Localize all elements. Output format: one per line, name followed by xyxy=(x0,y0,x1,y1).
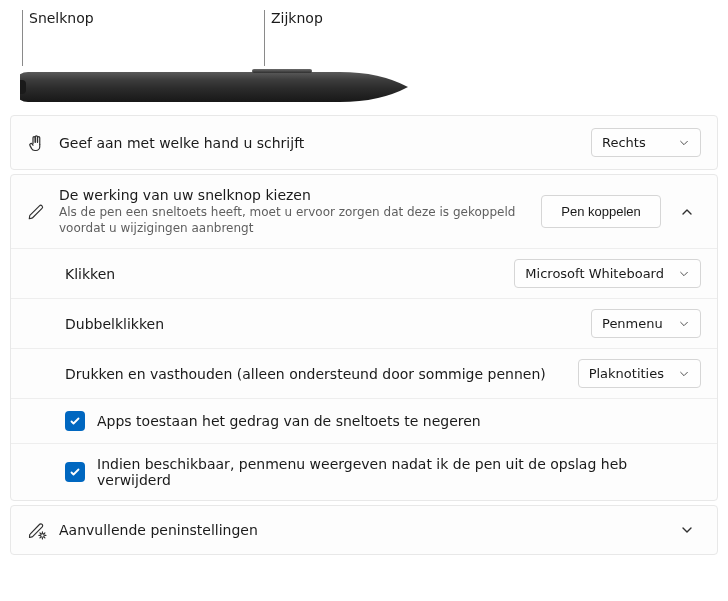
additional-settings-title: Aanvullende peninstellingen xyxy=(59,522,661,538)
collapse-button[interactable] xyxy=(673,206,701,218)
click-label: Klikken xyxy=(65,266,514,282)
double-click-label: Dubbelklikken xyxy=(65,316,591,332)
pen-gear-icon xyxy=(27,520,59,540)
override-checkbox-label: Apps toestaan het gedrag van de sneltoet… xyxy=(97,413,481,429)
hand-icon xyxy=(27,134,59,152)
chevron-down-icon xyxy=(678,137,690,149)
penmenu-checkbox[interactable] xyxy=(65,462,85,482)
pen-diagram: Snelknop Zijknop xyxy=(10,10,718,105)
additional-settings-card[interactable]: Aanvullende peninstellingen xyxy=(10,505,718,555)
shortcut-settings-card: De werking van uw snelknop kiezen Als de… xyxy=(10,174,718,501)
hand-setting-card: Geef aan met welke hand u schrijft Recht… xyxy=(10,115,718,170)
pair-pen-button[interactable]: Pen koppelen xyxy=(541,195,661,228)
press-hold-label: Drukken en vasthouden (alleen ondersteun… xyxy=(65,366,578,382)
svg-rect-0 xyxy=(20,80,26,94)
press-hold-select-value: Plaknotities xyxy=(589,366,664,381)
svg-rect-1 xyxy=(252,69,312,73)
svg-point-2 xyxy=(41,534,45,538)
chevron-down-icon xyxy=(678,268,690,280)
shortcut-title: De werking van uw snelknop kiezen xyxy=(59,187,529,203)
pen-icon xyxy=(27,203,59,221)
expand-button[interactable] xyxy=(673,524,701,536)
side-button-label: Zijknop xyxy=(264,10,323,66)
quick-button-label: Snelknop xyxy=(22,10,264,66)
double-click-select[interactable]: Penmenu xyxy=(591,309,701,338)
shortcut-desc: Als de pen een sneltoets heeft, moet u e… xyxy=(59,205,529,236)
click-select-value: Microsoft Whiteboard xyxy=(525,266,664,281)
stylus-illustration xyxy=(20,62,410,104)
hand-setting-title: Geef aan met welke hand u schrijft xyxy=(59,135,579,151)
double-click-select-value: Penmenu xyxy=(602,316,663,331)
override-checkbox[interactable] xyxy=(65,411,85,431)
press-hold-select[interactable]: Plaknotities xyxy=(578,359,701,388)
penmenu-checkbox-label: Indien beschikbaar, penmenu weergeven na… xyxy=(97,456,701,488)
chevron-down-icon xyxy=(678,318,690,330)
chevron-down-icon xyxy=(678,368,690,380)
click-select[interactable]: Microsoft Whiteboard xyxy=(514,259,701,288)
hand-select[interactable]: Rechts xyxy=(591,128,701,157)
hand-select-value: Rechts xyxy=(602,135,646,150)
